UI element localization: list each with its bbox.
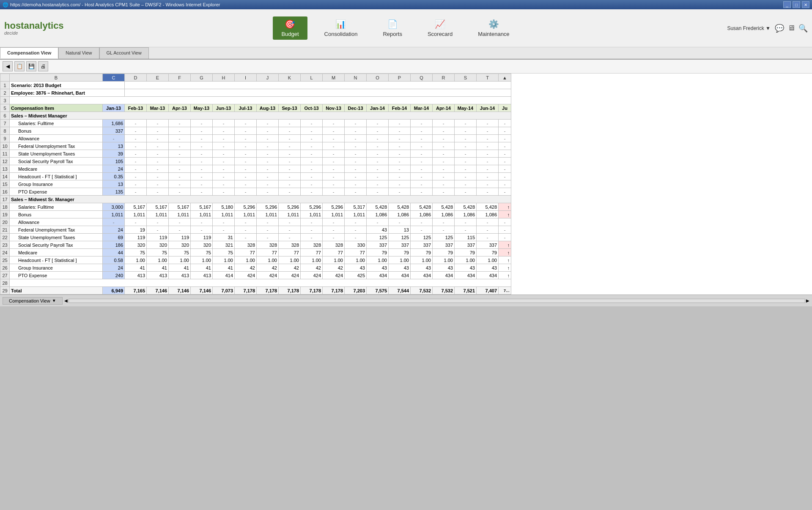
cell-7-k[interactable]: - bbox=[279, 120, 301, 127]
chat-icon[interactable]: 💬 bbox=[775, 24, 784, 33]
col-header-d[interactable]: D bbox=[125, 74, 147, 82]
tab-account[interactable]: GL Account View bbox=[99, 47, 149, 59]
row28-empty bbox=[10, 279, 511, 287]
monitor-icon[interactable]: 🖥 bbox=[787, 24, 795, 33]
nav-consolidation[interactable]: 📊 Consolidation bbox=[316, 16, 366, 40]
col-header-q[interactable]: Q bbox=[411, 74, 433, 82]
sheet-tab-dropdown-icon[interactable]: ▼ bbox=[52, 298, 56, 303]
month-jan14: Jan-14 bbox=[367, 104, 389, 112]
cell-7-p[interactable]: - bbox=[389, 120, 411, 127]
nav-maintenance[interactable]: ⚙️ Maintenance bbox=[469, 16, 518, 40]
col-header-l[interactable]: L bbox=[301, 74, 323, 82]
medicare-1: Medicare bbox=[10, 165, 103, 173]
nav-budget[interactable]: 🎯 Budget bbox=[273, 16, 307, 40]
col-header-m[interactable]: M bbox=[323, 74, 345, 82]
cell-8-c[interactable]: 337 bbox=[103, 127, 125, 135]
sheet-tab-label: Compensation View bbox=[9, 298, 50, 303]
spreadsheet-container[interactable]: B C D E F G H I J K L M N O P Q R bbox=[0, 74, 812, 295]
col-header-j[interactable]: J bbox=[257, 74, 279, 82]
row-num-18: 18 bbox=[0, 203, 10, 211]
col-header-k[interactable]: K bbox=[279, 74, 301, 82]
table-row: 15 Group Insurance 13 ------------------ bbox=[0, 180, 511, 188]
reports-icon: 📄 bbox=[387, 19, 398, 29]
nav-consolidation-label: Consolidation bbox=[324, 31, 358, 37]
clipboard-button[interactable]: 📋 bbox=[14, 61, 25, 71]
maximize-btn[interactable]: □ bbox=[793, 1, 800, 8]
title-bar-right[interactable]: _ □ ✕ bbox=[783, 1, 809, 8]
nav-reports[interactable]: 📄 Reports bbox=[374, 16, 411, 40]
scenario-cell: Scenario: 2013 Budget bbox=[10, 82, 125, 89]
logo-area: hostanalytics decide bbox=[4, 21, 64, 35]
cell-7-s[interactable]: - bbox=[455, 120, 477, 127]
col-header-i[interactable]: I bbox=[235, 74, 257, 82]
col-header-f[interactable]: F bbox=[169, 74, 191, 82]
row-num-22: 22 bbox=[0, 234, 10, 241]
minimize-btn[interactable]: _ bbox=[783, 1, 791, 8]
col-header-p[interactable]: P bbox=[389, 74, 411, 82]
print-button[interactable]: 🖨 bbox=[38, 61, 48, 71]
scroll-right-btn[interactable]: ▶ bbox=[806, 298, 809, 303]
state-unemp-2: State Unemployment Taxes bbox=[10, 234, 103, 241]
col-header-b[interactable]: B bbox=[10, 74, 103, 82]
month-sep13: Sep-13 bbox=[279, 104, 301, 112]
cell-7-d[interactable]: - bbox=[125, 120, 147, 127]
table-row: 9 Allowance - ------------------ bbox=[0, 135, 511, 142]
comp-item-header: Compensation Item bbox=[10, 104, 103, 112]
table-row: 18 Salaries: Fulltime 3,000 5,1675,1675,… bbox=[0, 203, 511, 211]
cell-7-j[interactable]: - bbox=[257, 120, 279, 127]
close-btn[interactable]: ✕ bbox=[802, 1, 809, 8]
cell-7-ju[interactable]: - bbox=[499, 120, 511, 127]
row-num-17: 17 bbox=[0, 196, 10, 203]
col-header-t[interactable]: T bbox=[477, 74, 499, 82]
total-label: Total bbox=[10, 287, 103, 295]
cell-7-i[interactable]: - bbox=[235, 120, 257, 127]
cell-7-r[interactable]: - bbox=[433, 120, 455, 127]
month-ju: Ju bbox=[499, 104, 511, 112]
federal-unemp-2: Federal Unemployment Tax bbox=[10, 226, 103, 234]
cell-7-f[interactable]: - bbox=[169, 120, 191, 127]
month-may14: May-14 bbox=[455, 104, 477, 112]
tab-bar: Compensation View Natural View GL Accoun… bbox=[0, 47, 812, 60]
cell-7-o[interactable]: - bbox=[367, 120, 389, 127]
user-name[interactable]: Susan Frederick ▼ bbox=[727, 25, 771, 31]
col-header-e[interactable]: E bbox=[147, 74, 169, 82]
row-num-20: 20 bbox=[0, 218, 10, 226]
row-num-28: 28 bbox=[0, 279, 10, 287]
cell-7-h[interactable]: - bbox=[213, 120, 235, 127]
col-header-c[interactable]: C bbox=[103, 74, 125, 82]
sheet-tab-compensation[interactable]: Compensation View ▼ bbox=[3, 297, 63, 305]
cell-7-q[interactable]: - bbox=[411, 120, 433, 127]
pto-1: PTO Expense bbox=[10, 188, 103, 196]
back-button[interactable]: ◀ bbox=[3, 61, 13, 71]
table-row: 2 Employee: 3876 – Rhinehart, Bart bbox=[0, 89, 511, 97]
table-row: 23 Social Security Payroll Tax 186 32032… bbox=[0, 241, 511, 249]
col-header-g[interactable]: G bbox=[191, 74, 213, 82]
cell-7-e[interactable]: - bbox=[147, 120, 169, 127]
tab-natural[interactable]: Natural View bbox=[58, 47, 99, 59]
cell-7-l[interactable]: - bbox=[301, 120, 323, 127]
cell-7-g[interactable]: - bbox=[191, 120, 213, 127]
cell-7-c[interactable]: 1,686 bbox=[103, 120, 125, 127]
col-header-r[interactable]: R bbox=[433, 74, 455, 82]
col-header-n[interactable]: N bbox=[345, 74, 367, 82]
browser-icon: 🌐 bbox=[3, 2, 8, 8]
col-header-row: B C D E F G H I J K L M N O P Q R bbox=[0, 74, 511, 82]
col-header-s[interactable]: S bbox=[455, 74, 477, 82]
hscroll-track[interactable] bbox=[69, 299, 805, 303]
col-header-h[interactable]: H bbox=[213, 74, 235, 82]
data-sheet: B C D E F G H I J K L M N O P Q R bbox=[0, 74, 511, 295]
month-jun14: Jun-14 bbox=[477, 104, 499, 112]
table-row: 26 Group Insurance 24 414141414142424242… bbox=[0, 264, 511, 272]
cell-7-t[interactable]: - bbox=[477, 120, 499, 127]
col-header-o[interactable]: O bbox=[367, 74, 389, 82]
row-num-16: 16 bbox=[0, 188, 10, 196]
cell-7-m[interactable]: - bbox=[323, 120, 345, 127]
nav-reports-label: Reports bbox=[383, 31, 402, 37]
tab-compensation[interactable]: Compensation View bbox=[0, 47, 58, 59]
save-button[interactable]: 💾 bbox=[26, 61, 36, 71]
scroll-left-btn[interactable]: ◀ bbox=[64, 298, 68, 303]
search-icon[interactable]: 🔍 bbox=[798, 24, 808, 33]
row-num-26: 26 bbox=[0, 264, 10, 272]
nav-scorecard[interactable]: 📈 Scorecard bbox=[419, 16, 461, 40]
cell-7-n[interactable]: - bbox=[345, 120, 367, 127]
